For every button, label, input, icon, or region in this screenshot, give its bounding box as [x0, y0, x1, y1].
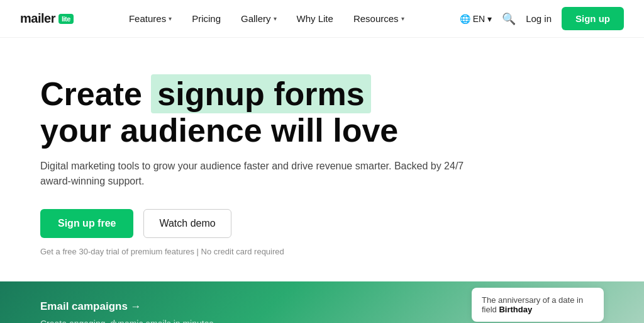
hero-section: Create signup forms your audience will l… — [0, 38, 566, 281]
birthday-trigger-text: The anniversary of a date in field Birth… — [482, 295, 594, 314]
nav-pricing[interactable]: Pricing — [192, 13, 221, 24]
nav-center: Features ▾ Pricing Gallery ▾ Why Lite Re… — [129, 13, 404, 24]
logo-badge: lite — [58, 14, 74, 24]
logo-brand: mailer — [20, 11, 55, 26]
nav-features[interactable]: Features ▾ — [129, 13, 172, 24]
chevron-down-icon-resources: ▾ — [401, 15, 404, 22]
search-icon[interactable]: 🔍 — [502, 12, 516, 26]
logo: mailer lite — [20, 11, 74, 26]
chevron-down-icon-lang: ▾ — [487, 14, 492, 24]
nav-why-lite[interactable]: Why Lite — [297, 13, 333, 24]
nav-signup-button[interactable]: Sign up — [562, 7, 624, 30]
hero-disclaimer: Get a free 30-day trial of premium featu… — [40, 247, 526, 256]
hero-highlight: signup forms — [151, 74, 370, 113]
navbar: mailer lite Features ▾ Pricing Gallery ▾… — [0, 0, 644, 38]
nav-resources[interactable]: Resources ▾ — [353, 13, 404, 24]
bottom-section: Email campaigns → Create engaging, dynam… — [0, 281, 644, 323]
email-campaigns-desc: Create engaging, dynamic emails in minut… — [40, 318, 216, 323]
hero-buttons: Sign up free Watch demo — [40, 209, 526, 238]
email-campaigns-title: Email campaigns → — [40, 300, 216, 313]
chevron-down-icon-gallery: ▾ — [274, 15, 277, 22]
nav-right: 🌐 EN ▾ 🔍 Log in Sign up — [460, 7, 624, 30]
hero-headline: Create signup forms your audience will l… — [40, 76, 526, 149]
language-selector[interactable]: 🌐 EN ▾ — [460, 14, 492, 24]
email-campaigns-card: Email campaigns → Create engaging, dynam… — [40, 300, 216, 323]
signup-free-button[interactable]: Sign up free — [40, 209, 133, 238]
login-button[interactable]: Log in — [526, 13, 552, 24]
globe-icon: 🌐 — [460, 14, 470, 24]
chevron-down-icon: ▾ — [169, 15, 172, 22]
hero-subheadline: Digital marketing tools to grow your aud… — [40, 159, 468, 189]
watch-demo-button[interactable]: Watch demo — [143, 209, 231, 238]
nav-gallery[interactable]: Gallery ▾ — [241, 13, 277, 24]
birthday-trigger-card: The anniversary of a date in field Birth… — [472, 288, 604, 322]
